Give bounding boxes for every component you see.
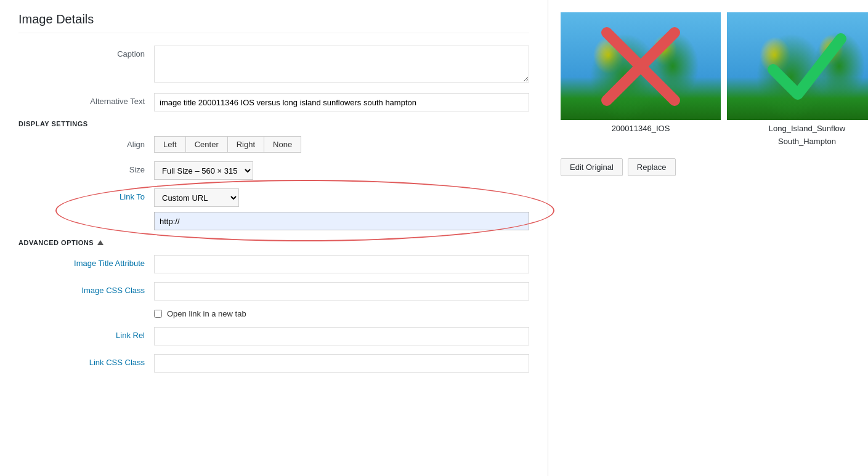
link-to-select[interactable]: Custom URL Media File Attachment Page No… bbox=[154, 188, 239, 207]
align-control: Left Center Right None bbox=[154, 136, 529, 153]
link-css-row: Link CSS Class bbox=[18, 354, 529, 373]
advanced-options-label: ADVANCED OPTIONS bbox=[18, 239, 94, 246]
link-rel-control bbox=[154, 327, 529, 345]
checkmark-icon bbox=[767, 26, 847, 107]
link-css-input[interactable] bbox=[154, 354, 529, 373]
new-tab-checkbox[interactable] bbox=[154, 310, 162, 318]
image2-thumbnail bbox=[727, 12, 868, 120]
image-title-input[interactable] bbox=[154, 255, 529, 273]
cross-icon-wrapper bbox=[561, 12, 721, 120]
image-css-label: Image CSS Class bbox=[18, 282, 154, 295]
align-none-button[interactable]: None bbox=[264, 136, 301, 153]
link-to-wrapper: Custom URL Media File Attachment Page No… bbox=[154, 188, 529, 207]
image1-thumbnail bbox=[561, 12, 721, 120]
link-url-wrapper bbox=[154, 212, 529, 230]
align-left-button[interactable]: Left bbox=[154, 136, 185, 153]
link-url-input[interactable] bbox=[154, 212, 529, 230]
size-label: Size bbox=[18, 161, 154, 174]
replace-button[interactable]: Replace bbox=[628, 158, 676, 176]
link-css-control bbox=[154, 354, 529, 373]
alt-text-label: Alternative Text bbox=[18, 93, 154, 106]
alt-text-input[interactable] bbox=[154, 93, 529, 111]
align-label: Align bbox=[18, 136, 154, 149]
image-title-row: Image Title Attribute bbox=[18, 255, 529, 273]
link-to-label: Link To bbox=[18, 188, 154, 201]
align-center-button[interactable]: Center bbox=[185, 136, 227, 153]
check-icon-wrapper bbox=[727, 12, 868, 120]
size-control: Full Size – 560 × 315 bbox=[154, 161, 529, 180]
link-rel-row: Link Rel bbox=[18, 327, 529, 345]
size-select[interactable]: Full Size – 560 × 315 bbox=[154, 161, 253, 180]
image2-wrapper: Long_Island_Sunflow South_Hampton bbox=[727, 12, 868, 146]
action-buttons: Edit Original Replace bbox=[561, 158, 676, 176]
right-panel: 200011346_IOS Long_Island_Sunflow South_… bbox=[548, 0, 868, 476]
image-title-control bbox=[154, 255, 529, 273]
new-tab-label: Open link in a new tab bbox=[167, 309, 246, 318]
image-title-label: Image Title Attribute bbox=[18, 255, 154, 268]
size-select-wrapper: Full Size – 560 × 315 bbox=[154, 161, 529, 180]
image2-label: Long_Island_Sunflow bbox=[769, 124, 845, 133]
link-rel-label: Link Rel bbox=[18, 327, 154, 340]
link-rel-input[interactable] bbox=[154, 327, 529, 345]
form-section: Caption Alternative Text DISPLAY SETTING… bbox=[18, 46, 529, 373]
caption-control bbox=[154, 46, 529, 84]
thumbnails-row: 200011346_IOS Long_Island_Sunflow South_… bbox=[561, 12, 868, 146]
left-panel: Image Details Caption Alternative Text D… bbox=[0, 0, 548, 476]
new-tab-row: Open link in a new tab bbox=[18, 309, 529, 318]
image1-wrapper: 200011346_IOS bbox=[561, 12, 721, 146]
triangle-up-icon bbox=[97, 240, 103, 245]
align-row: Align Left Center Right None bbox=[18, 136, 529, 153]
x-mark-icon bbox=[601, 26, 681, 107]
align-button-group: Left Center Right None bbox=[154, 136, 529, 153]
edit-original-button[interactable]: Edit Original bbox=[561, 158, 623, 176]
caption-input[interactable] bbox=[154, 46, 529, 83]
size-row: Size Full Size – 560 × 315 bbox=[18, 161, 529, 180]
advanced-options-toggle[interactable]: ADVANCED OPTIONS bbox=[18, 239, 529, 246]
link-to-row: Link To Custom URL Media File Attachment… bbox=[18, 188, 529, 230]
alt-text-row: Alternative Text bbox=[18, 93, 529, 111]
alt-text-control bbox=[154, 93, 529, 111]
align-right-button[interactable]: Right bbox=[227, 136, 264, 153]
caption-row: Caption bbox=[18, 46, 529, 84]
image-css-row: Image CSS Class bbox=[18, 282, 529, 301]
link-css-label: Link CSS Class bbox=[18, 354, 154, 367]
image-css-input[interactable] bbox=[154, 282, 529, 301]
image-css-control bbox=[154, 282, 529, 301]
caption-label: Caption bbox=[18, 46, 154, 58]
image1-label: 200011346_IOS bbox=[612, 124, 670, 133]
image2-label2: South_Hampton bbox=[778, 137, 836, 146]
display-settings-label: DISPLAY SETTINGS bbox=[18, 120, 529, 127]
page-title: Image Details bbox=[18, 12, 529, 33]
link-to-control: Custom URL Media File Attachment Page No… bbox=[154, 188, 529, 230]
